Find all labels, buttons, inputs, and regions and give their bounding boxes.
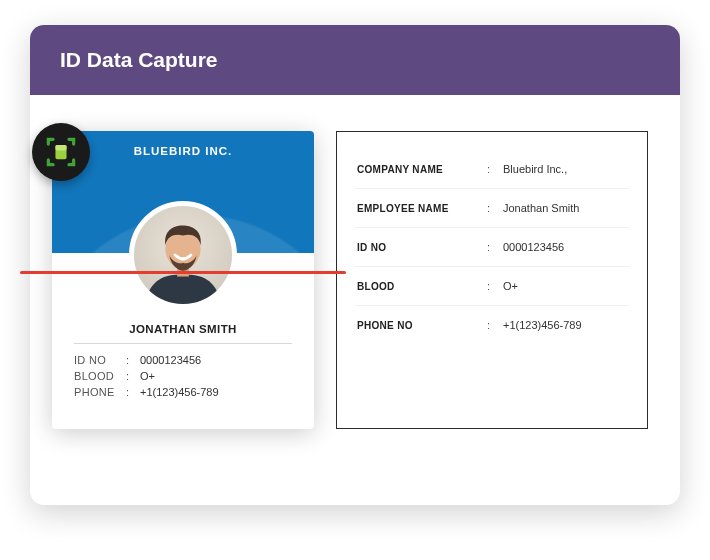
- company-name-on-card: BLUEBIRD INC.: [52, 145, 314, 157]
- scan-line: [20, 271, 346, 274]
- card-row-idno: ID NO : 0000123456: [74, 354, 292, 366]
- result-row-idno: ID NO : 0000123456: [355, 228, 629, 267]
- page-title: ID Data Capture: [60, 48, 218, 72]
- separator: :: [126, 386, 140, 398]
- separator: :: [487, 202, 503, 214]
- card-row-blood: BLOOD : O+: [74, 370, 292, 382]
- id-card-container: BLUEBIRD INC.: [52, 131, 314, 429]
- separator: :: [487, 241, 503, 253]
- app-window: ID Data Capture BLUEBIRD INC.: [30, 25, 680, 505]
- result-row-employee: EMPLOYEE NAME : Jonathan Smith: [355, 189, 629, 228]
- card-row-phone: PHONE : +1(123)456-789: [74, 386, 292, 398]
- result-row-phone: PHONE NO : +1(123)456-789: [355, 306, 629, 344]
- result-idno-value: 0000123456: [503, 241, 564, 253]
- header: ID Data Capture: [30, 25, 680, 95]
- card-blood-label: BLOOD: [74, 370, 126, 382]
- card-idno-label: ID NO: [74, 354, 126, 366]
- content-area: BLUEBIRD INC.: [30, 95, 680, 461]
- card-phone-label: PHONE: [74, 386, 126, 398]
- scan-badge-icon: [32, 123, 90, 181]
- card-blood-value: O+: [140, 370, 155, 382]
- separator: :: [487, 163, 503, 175]
- result-company-label: COMPANY NAME: [357, 164, 487, 175]
- result-panel: COMPANY NAME : Bluebird Inc., EMPLOYEE N…: [336, 131, 648, 429]
- result-row-blood: BLOOD : O+: [355, 267, 629, 306]
- id-card: BLUEBIRD INC.: [52, 131, 314, 429]
- separator: :: [126, 354, 140, 366]
- id-card-header: BLUEBIRD INC.: [52, 131, 314, 253]
- result-idno-label: ID NO: [357, 242, 487, 253]
- separator: :: [487, 319, 503, 331]
- svg-rect-4: [55, 145, 66, 151]
- result-employee-label: EMPLOYEE NAME: [357, 203, 487, 214]
- separator: :: [126, 370, 140, 382]
- avatar: [129, 201, 237, 309]
- card-phone-value: +1(123)456-789: [140, 386, 219, 398]
- result-phone-value: +1(123)456-789: [503, 319, 582, 331]
- card-idno-value: 0000123456: [140, 354, 201, 366]
- result-phone-label: PHONE NO: [357, 320, 487, 331]
- separator: :: [487, 280, 503, 292]
- result-row-company: COMPANY NAME : Bluebird Inc.,: [355, 150, 629, 189]
- cardholder-name: JONATHAN SMITH: [74, 323, 292, 344]
- result-blood-value: O+: [503, 280, 518, 292]
- result-company-value: Bluebird Inc.,: [503, 163, 567, 175]
- result-employee-value: Jonathan Smith: [503, 202, 579, 214]
- card-fields: ID NO : 0000123456 BLOOD : O+ PHONE : +1…: [74, 354, 292, 398]
- result-blood-label: BLOOD: [357, 281, 487, 292]
